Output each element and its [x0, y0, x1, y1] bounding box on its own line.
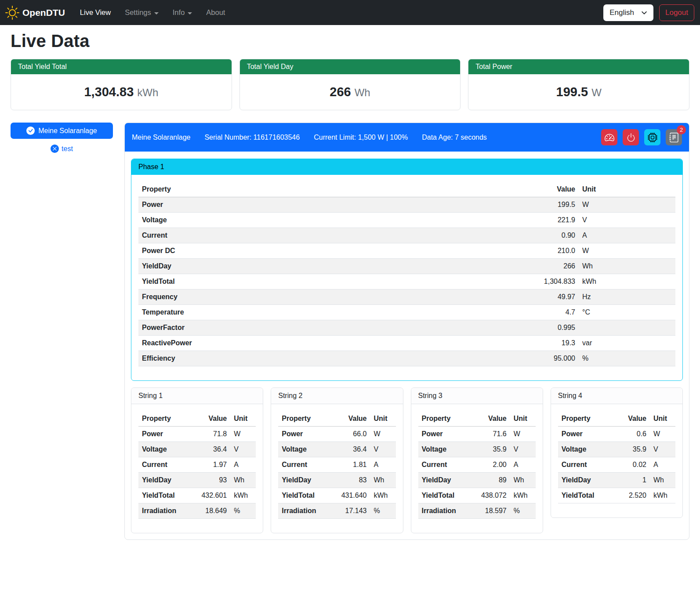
property-cell: Power — [138, 197, 526, 213]
table-row: Irradiation17.143% — [278, 503, 395, 519]
table-row: YieldDay83Wh — [278, 473, 395, 488]
unit-cell: kWh — [650, 488, 675, 503]
unit-cell: V — [230, 442, 256, 457]
property-cell: Current — [138, 228, 526, 243]
column-header-value: Value — [471, 411, 510, 427]
inverter-toolbar: 2 — [601, 129, 682, 145]
nav-item-settings[interactable]: Settings — [119, 5, 165, 20]
property-cell: Voltage — [278, 442, 330, 457]
gauge-icon — [605, 133, 614, 142]
language-select[interactable]: English — [603, 4, 653, 21]
inverter-test-link[interactable]: test — [11, 145, 113, 153]
table-row: Voltage35.9V — [418, 442, 536, 457]
value-cell: 36.4 — [331, 442, 370, 457]
card-body: 1,304.83kWh — [11, 74, 232, 110]
x-circle-icon — [51, 145, 59, 153]
value-cell: 210.0 — [526, 243, 579, 259]
inverter-data-age: Data Age: 7 seconds — [422, 134, 487, 141]
property-cell: Current — [278, 457, 330, 473]
table-row: Voltage221.9V — [138, 213, 675, 228]
logout-button[interactable]: Logout — [659, 4, 694, 21]
value-cell: 17.143 — [331, 503, 370, 519]
property-cell: Power — [418, 427, 471, 442]
table-row: Temperature4.7°C — [138, 305, 675, 320]
property-cell: Efficiency — [138, 351, 526, 366]
table-row: Voltage36.4V — [278, 442, 395, 457]
unit-cell: Wh — [510, 473, 536, 488]
unit-cell: kWh — [579, 274, 675, 289]
property-cell: Voltage — [558, 442, 610, 457]
string-card-body: Property Value Unit Power71.6WVoltage35.… — [411, 404, 543, 533]
card-header: Total Power — [468, 59, 689, 74]
summary-card-total-yield-day: Total Yield Day 266Wh — [239, 59, 461, 110]
nav-item-info[interactable]: Info — [167, 5, 199, 20]
inverter-header: Meine Solaranlage Serial Number: 1161716… — [125, 123, 689, 152]
card-unit: Wh — [355, 87, 370, 98]
inverter-select-button[interactable]: Meine Solaranlage — [11, 123, 113, 139]
unit-cell: °C — [579, 305, 675, 320]
event-log-button[interactable]: 2 — [666, 129, 682, 145]
value-cell: 4.7 — [526, 305, 579, 320]
check-circle-icon — [26, 127, 35, 135]
property-cell: Irradiation — [138, 503, 191, 519]
power-button[interactable] — [623, 129, 639, 145]
value-cell: 438.072 — [471, 488, 510, 503]
unit-cell: Wh — [650, 473, 675, 488]
table-row: YieldTotal431.640kWh — [278, 488, 395, 503]
unit-cell: Wh — [579, 259, 675, 274]
table-header-row: Property Value Unit — [558, 411, 675, 427]
unit-cell: V — [579, 213, 675, 228]
nav-item-live-view[interactable]: Live View — [74, 5, 117, 20]
limit-settings-button[interactable] — [601, 129, 617, 145]
unit-cell: W — [579, 243, 675, 259]
value-cell: 18.597 — [471, 503, 510, 519]
property-cell: YieldTotal — [418, 488, 471, 503]
value-cell: 1.97 — [191, 457, 230, 473]
brand[interactable]: OpenDTU — [5, 6, 65, 20]
brand-name: OpenDTU — [22, 7, 65, 18]
table-row: Power199.5W — [138, 197, 675, 213]
unit-cell: W — [650, 427, 675, 442]
inverter-card: Meine Solaranlage Serial Number: 1161716… — [124, 123, 689, 540]
summary-card-total-power: Total Power 199.5W — [468, 59, 689, 110]
table-row: Current2.00A — [418, 457, 536, 473]
column-header-property: Property — [138, 411, 191, 427]
property-cell: Power — [278, 427, 330, 442]
summary-row: Total Yield Total 1,304.83kWh Total Yiel… — [11, 59, 689, 110]
unit-cell: A — [650, 457, 675, 473]
card-value: 1,304.83 — [84, 85, 134, 99]
table-row: Current1.81A — [278, 457, 395, 473]
cpu-icon — [648, 133, 657, 142]
value-cell: 36.4 — [191, 442, 230, 457]
string-card-1: String 1 Property Value Unit — [131, 387, 263, 533]
table-row: Irradiation18.649% — [138, 503, 256, 519]
string-card-header: String 4 — [551, 388, 682, 404]
string-card-body: Property Value Unit Power0.6WVoltage35.9… — [551, 404, 682, 517]
string-card-2: String 2 Property Value Unit — [271, 387, 403, 533]
string-card-body: Property Value Unit Power66.0WVoltage36.… — [271, 404, 403, 533]
string-table: Property Value Unit Power66.0WVoltage36.… — [278, 411, 395, 519]
column-header-property: Property — [558, 411, 610, 427]
column-header-unit: Unit — [370, 411, 396, 427]
property-cell: YieldDay — [278, 473, 330, 488]
inverter-sidebar: Meine Solaranlage test — [11, 123, 113, 153]
unit-cell: kWh — [510, 488, 536, 503]
unit-cell: % — [370, 503, 396, 519]
value-cell: 1 — [610, 473, 650, 488]
phase-header: Phase 1 — [131, 159, 682, 175]
property-cell: Power DC — [138, 243, 526, 259]
inverter-test-label: test — [62, 145, 73, 153]
nav-item-about[interactable]: About — [200, 5, 231, 20]
table-row: Current0.02A — [558, 457, 675, 473]
column-header-unit: Unit — [230, 411, 256, 427]
property-cell: Power — [558, 427, 610, 442]
string-card-3: String 3 Property Value Unit — [411, 387, 543, 533]
device-info-button[interactable] — [644, 129, 660, 145]
column-header-property: Property — [278, 411, 330, 427]
card-unit: W — [591, 87, 602, 98]
property-cell: Voltage — [418, 442, 471, 457]
unit-cell: kWh — [230, 488, 256, 503]
value-cell: 0.995 — [526, 320, 579, 336]
table-header-row: Property Value Unit — [138, 411, 256, 427]
table-row: ReactivePower19.3var — [138, 336, 675, 351]
